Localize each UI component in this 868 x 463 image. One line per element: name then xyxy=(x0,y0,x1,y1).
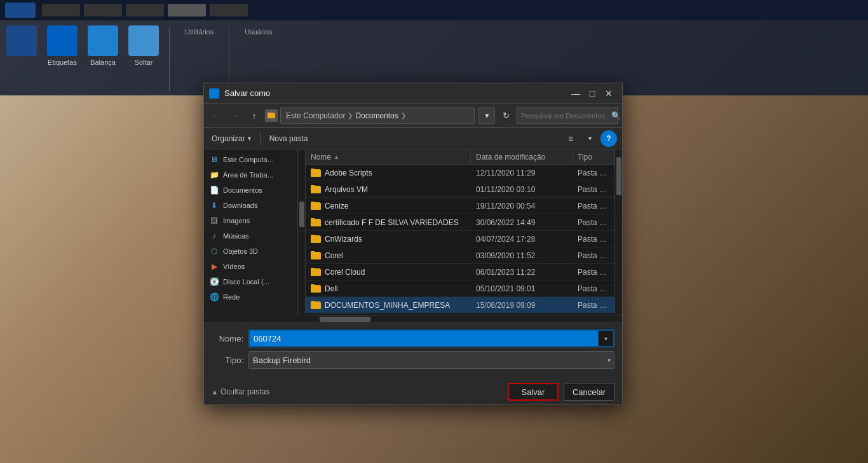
organize-label: Organizar xyxy=(212,134,245,143)
left-label-computer: Este Computa... xyxy=(223,156,273,163)
back-button[interactable]: ← xyxy=(208,107,224,124)
save-button[interactable]: Salvar xyxy=(508,383,559,401)
breadcrumb-sep-1: ❯ xyxy=(348,112,353,119)
cancel-button[interactable]: Cancelar xyxy=(564,383,614,401)
file-name-arquivos-vm: Arquivos VM xyxy=(306,185,471,194)
close-button[interactable]: ✕ xyxy=(600,85,617,102)
file-date-dell: 05/10/2021 09:01 xyxy=(471,284,573,293)
left-label-music: Músicas xyxy=(223,232,248,240)
left-label-disk: Disco Local (... xyxy=(223,278,269,286)
folder-icon-corel-cloud xyxy=(311,268,321,276)
organize-button[interactable]: Organizar ▾ xyxy=(209,133,254,144)
folder-icon-adobe xyxy=(311,169,321,177)
maximize-button[interactable]: □ xyxy=(584,85,600,102)
filename-input[interactable] xyxy=(248,329,614,347)
folder-icon-documentos xyxy=(311,301,321,309)
left-item-3d[interactable]: ⬡ Objetos 3D xyxy=(204,244,297,259)
file-row-adobe-scripts[interactable]: Adobe Scripts 12/11/2020 11:29 Pasta de … xyxy=(306,165,614,181)
file-list-scrollbar[interactable] xyxy=(614,149,622,315)
help-button[interactable]: ? xyxy=(600,130,617,147)
new-folder-button[interactable]: Nova pasta xyxy=(267,133,311,144)
dialog-title: Salvar como xyxy=(224,88,567,98)
file-scrollbar-thumb[interactable] xyxy=(616,157,621,195)
view-toggle-button[interactable]: ≡ xyxy=(562,130,579,147)
file-date-cenize: 19/11/2020 00:54 xyxy=(471,202,573,211)
file-row-corel[interactable]: Corel 03/09/2020 11:52 Pasta de arquivo xyxy=(306,247,614,264)
file-row-documentos-empresa[interactable]: DOCUMENTOS_MINHA_EMPRESA 15/08/2019 09:0… xyxy=(306,297,614,314)
horizontal-scrollbar[interactable] xyxy=(306,315,622,322)
type-select-wrap: Backup Firebird ▾ xyxy=(248,351,614,369)
toolbar-separator xyxy=(260,132,261,145)
up-button[interactable]: ↑ xyxy=(246,107,262,124)
col-header-name[interactable]: Nome ▲ xyxy=(306,149,471,164)
left-panel-scrollbar[interactable] xyxy=(298,149,306,315)
disk-icon: 💽 xyxy=(209,277,219,287)
action-buttons: Salvar Cancelar xyxy=(508,383,614,401)
nav-bar: ← → ↑ Este Computador ❯ Documentos ❯ ▾ ↻… xyxy=(204,104,622,128)
h-scrollbar-thumb[interactable] xyxy=(320,317,370,322)
col-header-type[interactable]: Tipo xyxy=(573,149,614,164)
downloads-icon: ⬇ xyxy=(209,200,219,211)
documents-icon: 📄 xyxy=(209,185,219,195)
left-item-network[interactable]: 🌐 Rede xyxy=(204,289,297,305)
minimize-button[interactable]: — xyxy=(567,85,584,102)
left-item-downloads[interactable]: ⬇ Downloads xyxy=(204,198,297,213)
file-name-certificado: certificado F F DE SILVA VARIEDADES xyxy=(306,218,471,227)
file-row-certificado[interactable]: certificado F F DE SILVA VARIEDADES 30/0… xyxy=(306,214,614,231)
breadcrumb-sep-2: ❯ xyxy=(401,112,406,119)
3d-icon: ⬡ xyxy=(209,246,219,256)
buttons-row: ▲ Ocultar pastas Salvar Cancelar xyxy=(204,379,622,404)
left-label-videos: Vídeos xyxy=(223,263,245,270)
bottom-form: Nome: ▾ Tipo: Backup Firebird ▾ xyxy=(204,322,622,379)
file-type-documentos: Pasta de arquivo xyxy=(573,301,614,310)
file-list-header: Nome ▲ Data de modificação Tipo xyxy=(306,149,614,165)
view-dropdown-button[interactable]: ▾ xyxy=(581,130,598,147)
file-date-arquivos: 01/11/2020 03:10 xyxy=(471,185,573,194)
filetype-select[interactable]: Backup Firebird xyxy=(248,351,614,369)
left-item-images[interactable]: 🖼 Imagens xyxy=(204,213,297,228)
filename-dropdown-btn[interactable]: ▾ xyxy=(598,331,613,346)
folder-icon-nav xyxy=(265,109,278,122)
file-date-documentos: 15/08/2019 09:09 xyxy=(471,301,573,310)
images-icon: 🖼 xyxy=(209,216,219,226)
folder-icon-corel xyxy=(311,252,321,259)
folder-icon-cenize xyxy=(311,202,321,210)
file-row-cenize[interactable]: Cenize 19/11/2020 00:54 Pasta de arquivo xyxy=(306,198,614,214)
dialog-titlebar: Salvar como — □ ✕ xyxy=(204,83,622,104)
name-row: Nome: ▾ xyxy=(212,329,614,347)
hide-folders-button[interactable]: ▲ Ocultar pastas xyxy=(212,387,269,396)
breadcrumb-dropdown[interactable]: ▾ xyxy=(478,107,495,124)
folder-icon-arquivos xyxy=(311,186,321,193)
search-icon: 🔍 xyxy=(611,111,621,120)
file-row-corel-cloud[interactable]: Corel Cloud 06/01/2023 11:22 Pasta de ar… xyxy=(306,264,614,280)
computer-icon: 🖥 xyxy=(209,155,219,165)
left-item-computer[interactable]: 🖥 Este Computa... xyxy=(204,152,297,167)
left-item-videos[interactable]: ▶ Vídeos xyxy=(204,259,297,274)
file-date-certificado: 30/06/2022 14:49 xyxy=(471,218,573,227)
left-item-disk[interactable]: 💽 Disco Local (... xyxy=(204,274,297,289)
file-list-container[interactable]: Nome ▲ Data de modificação Tipo Adobe Sc… xyxy=(306,149,614,315)
left-label-network: Rede xyxy=(223,293,240,301)
left-item-documents[interactable]: 📄 Documentos xyxy=(204,183,297,198)
desktop-icon: 📁 xyxy=(209,170,219,180)
refresh-button[interactable]: ↻ xyxy=(498,107,514,124)
left-item-desktop[interactable]: 📁 Área de Traba... xyxy=(204,167,297,183)
filename-dropdown-arrow-icon: ▾ xyxy=(604,335,607,342)
file-name-documentos-empresa: DOCUMENTOS_MINHA_EMPRESA xyxy=(306,301,471,310)
file-row-dell[interactable]: Dell 05/10/2021 09:01 Pasta de arquivo xyxy=(306,280,614,297)
resize-handle[interactable]: ⋱ xyxy=(613,396,620,403)
file-date-corel: 03/09/2020 11:52 xyxy=(471,251,573,260)
file-type-adobe: Pasta de arquivo xyxy=(573,169,614,177)
hide-folders-label: Ocultar pastas xyxy=(220,387,269,396)
search-input[interactable] xyxy=(521,112,609,120)
col-header-date[interactable]: Data de modificação xyxy=(471,149,573,164)
file-row-arquivos-vm[interactable]: Arquivos VM 01/11/2020 03:10 Pasta de ar… xyxy=(306,181,614,198)
breadcrumb-bar[interactable]: Este Computador ❯ Documentos ❯ xyxy=(280,107,475,124)
left-item-music[interactable]: ♪ Músicas xyxy=(204,228,297,244)
left-scrollbar-thumb[interactable] xyxy=(299,202,304,227)
toolbar: Organizar ▾ Nova pasta ≡ ▾ ? xyxy=(204,128,622,149)
forward-button[interactable]: → xyxy=(227,107,243,124)
file-type-cnwizards: Pasta de arquivo xyxy=(573,235,614,244)
network-icon: 🌐 xyxy=(209,292,219,302)
file-row-cnwizards[interactable]: CnWizards 04/07/2024 17:28 Pasta de arqu… xyxy=(306,231,614,247)
